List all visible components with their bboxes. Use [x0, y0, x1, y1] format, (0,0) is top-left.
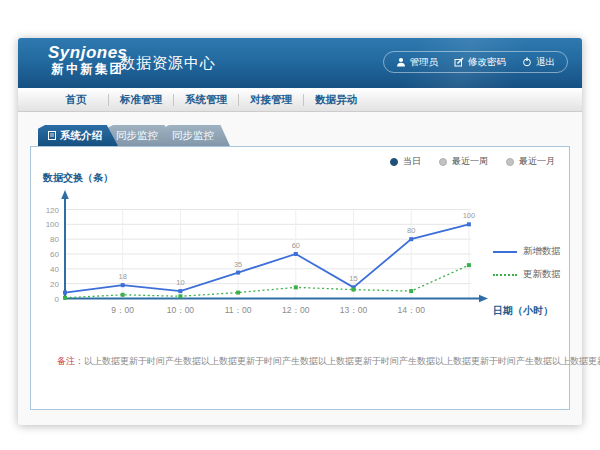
main-nav: 首页 标准管理 系统管理 对接管理 数据异动: [18, 88, 582, 112]
svg-text:18: 18: [119, 272, 127, 281]
user-menu[interactable]: 管理员: [396, 56, 439, 69]
logo-text-en: Synjones: [48, 44, 128, 63]
svg-text:40: 40: [50, 265, 59, 274]
tab-label: 系统介绍: [60, 129, 102, 143]
chart-panel: 当日 最近一周 最近一月 数据交换（条） 0204060801001209：00…: [30, 146, 570, 410]
svg-text:60: 60: [292, 241, 300, 250]
svg-text:20: 20: [50, 280, 59, 289]
legend-line-sample: [493, 251, 517, 253]
logo: Synjones 新中新集团: [48, 44, 128, 76]
page-title: 数据资源中心: [120, 54, 216, 73]
tab-system-intro[interactable]: 系统介绍: [38, 125, 118, 146]
svg-text:11：00: 11：00: [225, 305, 252, 315]
x-axis-title: 日期（小时）: [493, 304, 553, 318]
logout-button[interactable]: 退出: [522, 56, 555, 69]
app-header: Synjones 新中新集团 数据资源中心 管理员 修改密码 退出: [18, 38, 582, 88]
nav-item-home[interactable]: 首页: [44, 93, 108, 107]
svg-text:80: 80: [407, 226, 415, 235]
tab-bar: 系统介绍 同步监控 同步监控: [38, 125, 230, 146]
legend-line-sample: [493, 274, 517, 276]
svg-text:0: 0: [55, 295, 60, 304]
svg-text:35: 35: [234, 260, 242, 269]
nav-item-system-mgmt[interactable]: 系统管理: [174, 93, 238, 107]
chart-svg: 0204060801001209：0010：0011：0012：0013：001…: [31, 147, 571, 411]
note-text: 以上数据更新于时间产生数据以上数据更新于时间产生数据以上数据更新于时间产生数据以…: [84, 356, 600, 366]
svg-text:10：00: 10：00: [167, 305, 195, 315]
nav-item-interface-mgmt[interactable]: 对接管理: [239, 93, 303, 107]
svg-text:12：00: 12：00: [282, 305, 310, 315]
legend-item-update-data: 更新数据: [493, 268, 561, 281]
user-name-label: 管理员: [410, 56, 439, 69]
svg-text:9：00: 9：00: [111, 305, 134, 315]
svg-text:13：00: 13：00: [340, 305, 368, 315]
legend-item-new-data: 新增数据: [493, 245, 561, 258]
logout-label: 退出: [536, 56, 555, 69]
svg-text:14：00: 14：00: [397, 305, 425, 315]
legend-label: 新增数据: [523, 245, 561, 258]
content-area: 系统介绍 同步监控 同步监控 当日 最近一周: [18, 112, 582, 425]
svg-text:60: 60: [50, 250, 59, 259]
edit-icon: [454, 57, 464, 67]
nav-item-data-change[interactable]: 数据异动: [304, 93, 368, 107]
chart-legend: 新增数据 更新数据: [493, 245, 561, 281]
footer-note: 备注：以上数据更新于时间产生数据以上数据更新于时间产生数据以上数据更新于时间产生…: [57, 355, 600, 368]
note-label: 备注：: [57, 356, 84, 366]
svg-text:100: 100: [463, 211, 476, 220]
app-window: Synjones 新中新集团 数据资源中心 管理员 修改密码 退出 首页 标准管…: [18, 38, 582, 425]
user-icon: [396, 57, 406, 67]
svg-text:10: 10: [176, 278, 184, 287]
power-icon: [522, 57, 532, 67]
svg-text:80: 80: [50, 235, 59, 244]
change-password-label: 修改密码: [468, 56, 506, 69]
legend-label: 更新数据: [523, 268, 561, 281]
svg-text:15: 15: [349, 274, 357, 283]
tab-label: 同步监控: [172, 129, 214, 143]
logo-text-cn: 新中新集团: [48, 63, 128, 77]
svg-text:120: 120: [46, 206, 60, 215]
nav-item-standard-mgmt[interactable]: 标准管理: [109, 93, 173, 107]
change-password-button[interactable]: 修改密码: [454, 56, 506, 69]
tab-label: 同步监控: [116, 129, 158, 143]
user-toolbar: 管理员 修改密码 退出: [383, 51, 569, 73]
svg-text:100: 100: [46, 220, 60, 229]
document-icon: [48, 131, 56, 140]
